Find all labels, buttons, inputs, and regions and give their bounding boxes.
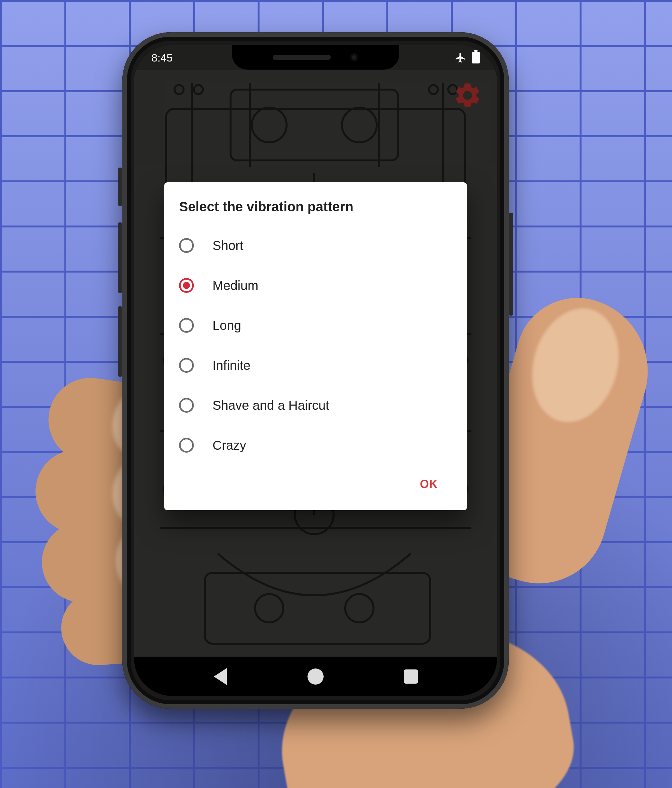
radio-icon [179,238,194,253]
back-triangle-icon [214,668,227,685]
dialog-title: Select the vibration pattern [179,199,452,214]
option-label: Medium [212,278,258,293]
battery-full-icon [472,52,480,64]
option-long[interactable]: Long [179,305,452,345]
radio-icon [179,358,194,373]
option-infinite[interactable]: Infinite [179,345,452,385]
home-circle-icon [307,669,323,685]
option-label: Crazy [212,438,246,453]
dialog-options-list: Short Medium Long Infinite Shave and a H… [179,226,452,465]
radio-icon [179,318,194,333]
radio-icon [179,438,194,453]
airplane-mode-icon [455,52,466,64]
phone-front-camera [350,53,358,62]
phone-volume-down-button [118,306,122,377]
settings-button[interactable] [453,81,482,110]
dialog-actions: OK [179,465,452,502]
phone-screen: 8:45 Select the vibration pattern Short … [134,45,497,696]
radio-icon [179,398,194,413]
option-short[interactable]: Short [179,226,452,265]
option-label: Shave and a Haircut [212,398,329,413]
phone-volume-up-button [118,222,122,293]
phone-notch [232,45,399,70]
phone-side-button [118,167,122,206]
android-navigation-bar [134,657,497,696]
radio-selected-icon [179,278,194,293]
nav-home-button[interactable] [306,667,325,686]
phone-speaker [273,55,331,60]
phone-frame: 8:45 Select the vibration pattern Short … [122,32,509,709]
option-shave-and-a-haircut[interactable]: Shave and a Haircut [179,385,452,425]
status-time: 8:45 [151,52,173,64]
option-crazy[interactable]: Crazy [179,425,452,465]
gear-icon [453,81,482,110]
phone-power-button [509,213,513,316]
option-label: Short [212,238,243,253]
ok-button[interactable]: OK [412,472,445,497]
option-label: Infinite [212,358,250,373]
vibration-pattern-dialog: Select the vibration pattern Short Mediu… [164,182,467,510]
option-label: Long [212,318,241,333]
nav-back-button[interactable] [211,667,229,686]
option-medium[interactable]: Medium [179,265,452,305]
recent-square-icon [404,669,418,684]
nav-recent-button[interactable] [402,667,420,686]
